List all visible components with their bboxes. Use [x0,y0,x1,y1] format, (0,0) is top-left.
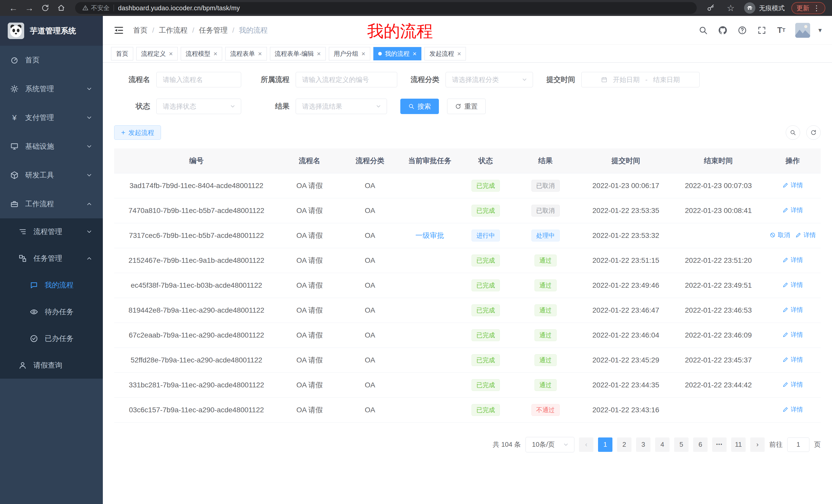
sidebar-item-payment[interactable]: ¥ 支付管理 [0,103,103,132]
close-icon[interactable]: × [413,50,417,57]
close-icon[interactable]: × [258,50,262,57]
help-icon[interactable] [737,25,748,36]
refresh-table-button[interactable] [806,125,821,140]
close-icon[interactable]: × [457,50,461,57]
page-button-2[interactable]: 2 [617,438,631,452]
address-bar[interactable]: 不安全 dashboard.yudao.iocoder.cn/bpm/task/… [75,2,697,14]
tab-process-definition[interactable]: 流程定义× [136,47,178,60]
browser-chrome: ← → 不安全 dashboard.yudao.iocoder.cn/bpm/t… [0,0,832,16]
cell-name: OA 请假 [279,223,340,248]
browser-back-button[interactable]: ← [7,1,20,15]
next-page-button[interactable]: › [750,438,765,452]
tab-process-form-edit[interactable]: 流程表单-编辑× [270,47,326,60]
goto-label: 前往 [769,440,783,449]
cancel-link[interactable]: 取消 [770,231,790,239]
breadcrumb-task-mgmt[interactable]: 任务管理 [199,25,228,35]
detail-link[interactable]: 详情 [782,181,803,189]
sidebar-item-leave-query[interactable]: 请假查询 [0,352,103,379]
font-size-icon[interactable]: TT [776,25,787,36]
sidebar-item-infra[interactable]: 基础设施 [0,132,103,161]
more-pages-button[interactable]: ••• [712,438,727,452]
detail-link[interactable]: 详情 [782,306,803,314]
status-badge: 已完成 [471,304,500,316]
category-select[interactable]: 请选择流程分类 [446,72,533,87]
detail-link[interactable]: 详情 [782,405,803,414]
browser-menu-icon[interactable]: ⋮ [813,4,820,12]
page-button-1[interactable]: 1 [598,438,613,452]
status-select[interactable]: 请选择状态 [156,99,241,114]
table-row: 67c2eaab-7b9a-11ec-a290-acde48001122 OA … [114,323,821,347]
cell-end-time [672,397,765,422]
tab-my-process[interactable]: 我的流程× [373,47,421,60]
sidebar-toggle-button[interactable] [113,25,125,36]
sidebar-item-task-mgmt[interactable]: 任务管理 [0,245,103,272]
submit-time-range-picker[interactable]: 开始日期 - 结束日期 [581,72,700,87]
cell-task [399,372,460,397]
browser-home-button[interactable] [54,1,68,15]
avatar[interactable] [795,23,810,38]
process-name-input[interactable] [156,72,241,87]
security-indicator[interactable]: 不安全 [82,4,109,12]
sidebar-item-system[interactable]: 系统管理 [0,75,103,103]
detail-link[interactable]: 详情 [782,206,803,214]
status-badge: 已完成 [471,180,500,192]
toggle-search-button[interactable] [786,125,800,140]
chat-icon [30,281,38,289]
page-button-5[interactable]: 5 [674,438,688,452]
sidebar-item-workflow[interactable]: 工作流程 [0,190,103,218]
current-task-link[interactable]: 一级审批 [415,231,444,241]
fullscreen-icon[interactable] [756,25,768,36]
search-button[interactable]: 搜索 [400,99,439,114]
browser-forward-button[interactable]: → [23,1,36,15]
detail-link[interactable]: 详情 [782,281,803,289]
detail-link[interactable]: 详情 [782,331,803,339]
page-button-11[interactable]: 11 [731,438,746,452]
prev-page-button[interactable]: ‹ [579,438,593,452]
tab-process-form[interactable]: 流程表单× [225,47,267,60]
owner-process-input[interactable] [296,72,397,87]
password-key-icon[interactable] [704,1,717,15]
col-submit-time: 提交时间 [579,148,672,173]
detail-link[interactable]: 详情 [795,231,816,239]
close-icon[interactable]: × [317,50,321,57]
sidebar-item-done-tasks[interactable]: 已办任务 [0,325,103,352]
table-row: 7317cec6-7b9b-11ec-b5b7-acde48001122 OA … [114,223,821,248]
tab-process-model[interactable]: 流程模型× [181,47,222,60]
close-icon[interactable]: × [362,50,365,57]
detail-link[interactable]: 详情 [782,356,803,364]
caret-down-icon[interactable]: ▾ [818,26,822,34]
pencil-icon [782,282,788,288]
warning-icon [82,5,88,11]
page-button-3[interactable]: 3 [636,438,650,452]
sidebar-item-process-mgmt[interactable]: 流程管理 [0,218,103,245]
page-button-6[interactable]: 6 [693,438,707,452]
sidebar-item-home[interactable]: 首页 [0,46,103,75]
result-badge: 处理中 [531,230,560,242]
goto-page-input[interactable] [787,438,809,452]
sidebar-item-my-process[interactable]: 我的流程 [0,272,103,299]
col-actions: 操作 [765,148,821,173]
status-badge: 已完成 [471,205,500,217]
tab-home[interactable]: 首页 [111,47,133,60]
breadcrumb-workflow[interactable]: 工作流程 [159,25,188,35]
browser-update-button[interactable]: 更新 ⋮ [791,2,825,14]
close-icon[interactable]: × [213,50,217,57]
close-icon[interactable]: × [169,50,173,57]
detail-link[interactable]: 详情 [782,381,803,389]
cell-id: 7470a810-7b9b-11ec-b5b7-acde48001122 [114,198,279,223]
reset-button[interactable]: 重置 [447,99,486,114]
sidebar-item-todo-tasks[interactable]: 待办任务 [0,299,103,325]
github-icon[interactable] [717,25,728,36]
tab-user-group[interactable]: 用户分组× [329,47,370,60]
page-button-4[interactable]: 4 [655,438,670,452]
sidebar-item-dev-tools[interactable]: 研发工具 [0,161,103,190]
result-select[interactable]: 请选择流结果 [296,99,387,114]
breadcrumb-home[interactable]: 首页 [133,25,148,35]
bookmark-star-icon[interactable]: ☆ [724,1,737,15]
start-process-button[interactable]: + 发起流程 [114,125,161,140]
detail-link[interactable]: 详情 [782,256,803,264]
browser-reload-button[interactable] [38,1,52,15]
tab-start-process[interactable]: 发起流程× [424,47,466,60]
search-icon[interactable] [698,25,709,36]
page-size-select[interactable]: 10条/页 [525,437,574,452]
